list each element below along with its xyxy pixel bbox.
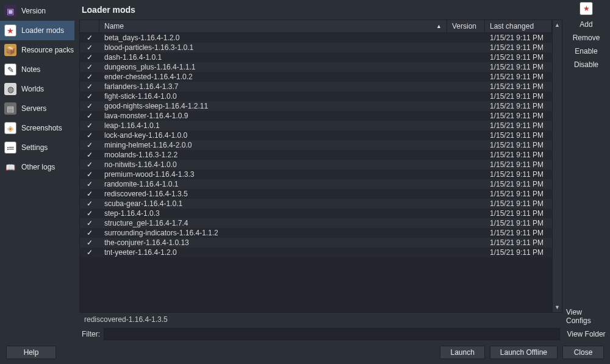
row-check[interactable]: ✓: [80, 92, 99, 101]
launch-button[interactable]: Launch: [440, 346, 484, 359]
sidebar-item-label: Resource packs: [21, 46, 74, 54]
row-check[interactable]: ✓: [80, 82, 99, 91]
sidebar-item-loader-mods[interactable]: ★Loader mods: [0, 21, 74, 40]
row-changed: 1/15/21 9:11 PM: [485, 209, 552, 218]
table-row[interactable]: ✓lock-and-key-1.16.4-1.0.01/15/21 9:11 P…: [80, 130, 552, 140]
settings-icon: ≔: [4, 141, 16, 154]
table-row[interactable]: ✓beta_days-1.16.4-1.2.01/15/21 9:11 PM: [80, 33, 552, 43]
disable-button[interactable]: Disable: [574, 60, 598, 69]
row-changed: 1/15/21 9:11 PM: [485, 238, 552, 247]
row-check[interactable]: ✓: [80, 43, 99, 52]
row-check[interactable]: ✓: [80, 121, 99, 130]
row-check[interactable]: ✓: [80, 151, 99, 159]
row-changed: 1/15/21 9:11 PM: [485, 229, 552, 237]
table-row[interactable]: ✓farlanders-1.16.4-1.3.71/15/21 9:11 PM: [80, 82, 552, 91]
row-check[interactable]: ✓: [80, 34, 99, 42]
table-row[interactable]: ✓structure_gel-1.16.4-1.7.41/15/21 9:11 …: [80, 218, 552, 228]
cube-icon: ▣: [4, 5, 16, 17]
table-row[interactable]: ✓fight-stick-1.16.4-1.0.01/15/21 9:11 PM: [80, 91, 552, 101]
row-check[interactable]: ✓: [80, 180, 99, 188]
sidebar-item-resource-packs[interactable]: 📦Resource packs: [0, 40, 74, 60]
row-check[interactable]: ✓: [80, 141, 99, 149]
row-check[interactable]: ✓: [80, 219, 99, 227]
sidebar-item-label: Other logs: [21, 163, 55, 171]
table-row[interactable]: ✓the-conjurer-1.16.4-1.0.131/15/21 9:11 …: [80, 238, 552, 248]
row-check[interactable]: ✓: [80, 229, 99, 237]
row-check[interactable]: ✓: [80, 209, 99, 218]
launch-offline-button[interactable]: Launch Offline: [490, 346, 558, 359]
sidebar-item-other-logs[interactable]: 📖Other logs: [0, 157, 74, 177]
sort-asc-icon: ▲: [436, 23, 442, 29]
remove-button[interactable]: Remove: [573, 34, 600, 42]
notes-icon: ✎: [4, 63, 16, 76]
table-body: ✓beta_days-1.16.4-1.2.01/15/21 9:11 PM✓b…: [80, 33, 552, 312]
table-row[interactable]: ✓blood-particles-1.16.3-1.0.11/15/21 9:1…: [80, 43, 552, 52]
table-row[interactable]: ✓dash-1.16.4-1.0.11/15/21 9:11 PM: [80, 52, 552, 62]
sidebar-item-label: Loader mods: [21, 26, 64, 35]
row-name: premium-wood-1.16.4-1.3.3: [99, 170, 447, 179]
table-row[interactable]: ✓step-1.16.4-1.0.31/15/21 9:11 PM: [80, 209, 552, 218]
filter-input[interactable]: [104, 328, 560, 340]
add-button[interactable]: Add: [580, 20, 592, 29]
mods-table: Name ▲ Version Last changed ✓beta_days-1…: [79, 20, 562, 313]
row-check[interactable]: ✓: [80, 53, 99, 62]
table-row[interactable]: ✓moolands-1.16.3-1.2.21/15/21 9:11 PM: [80, 150, 552, 160]
row-check[interactable]: ✓: [80, 238, 99, 247]
table-row[interactable]: ✓ender-chested-1.16.4-1.0.21/15/21 9:11 …: [80, 72, 552, 82]
sidebar-item-label: Servers: [21, 104, 46, 113]
scroll-down-icon[interactable]: ▼: [553, 302, 562, 312]
table-row[interactable]: ✓tnt-yeeter-1.16.4-1.2.01/15/21 9:11 PM: [80, 248, 552, 257]
vertical-scrollbar[interactable]: ▲ ▼: [552, 20, 562, 312]
view-configs-button[interactable]: View Configs: [566, 308, 606, 325]
table-row[interactable]: ✓randomite-1.16.4-1.0.11/15/21 9:11 PM: [80, 179, 552, 189]
row-changed: 1/15/21 9:11 PM: [485, 131, 552, 140]
enable-button[interactable]: Enable: [575, 47, 597, 55]
help-button[interactable]: Help: [6, 346, 56, 359]
sidebar-item-worlds[interactable]: ◍Worlds: [0, 79, 74, 99]
row-name: good-nights-sleep-1.16.4-1.2.11: [99, 102, 447, 110]
row-name: farlanders-1.16.4-1.3.7: [99, 82, 447, 91]
row-name: step-1.16.4-1.0.3: [99, 209, 447, 218]
table-row[interactable]: ✓no-nitwits-1.16.4-1.0.01/15/21 9:11 PM: [80, 160, 552, 170]
sidebar-item-notes[interactable]: ✎Notes: [0, 60, 74, 79]
row-check[interactable]: ✓: [80, 102, 99, 110]
table-row[interactable]: ✓premium-wood-1.16.4-1.3.31/15/21 9:11 P…: [80, 170, 552, 179]
row-check[interactable]: ✓: [80, 131, 99, 140]
table-row[interactable]: ✓lava-monster-1.16.4-1.0.91/15/21 9:11 P…: [80, 111, 552, 121]
star-icon: ★: [4, 24, 16, 37]
row-check[interactable]: ✓: [80, 248, 99, 257]
row-check[interactable]: ✓: [80, 170, 99, 179]
sidebar-item-label: Screenshots: [21, 124, 62, 132]
sidebar: ▣Version★Loader mods📦Resource packs✎Note…: [0, 0, 74, 342]
col-last-changed[interactable]: Last changed: [485, 20, 552, 32]
favorite-button[interactable]: ★: [580, 2, 593, 15]
close-button[interactable]: Close: [562, 346, 604, 359]
row-name: fight-stick-1.16.4-1.0.0: [99, 92, 447, 101]
row-check[interactable]: ✓: [80, 199, 99, 208]
table-row[interactable]: ✓scuba-gear-1.16.4-1.0.11/15/21 9:11 PM: [80, 199, 552, 209]
row-check[interactable]: ✓: [80, 63, 99, 71]
row-name: lava-monster-1.16.4-1.0.9: [99, 112, 447, 120]
view-folder-button[interactable]: View Folder: [567, 330, 605, 338]
row-check[interactable]: ✓: [80, 73, 99, 81]
right-actions: ★ Add Remove Enable Disable View Configs…: [562, 0, 610, 342]
scroll-up-icon[interactable]: ▲: [553, 20, 562, 30]
table-row[interactable]: ✓dungeons_plus-1.16.4-1.1.11/15/21 9:11 …: [80, 62, 552, 72]
row-check[interactable]: ✓: [80, 112, 99, 120]
table-row[interactable]: ✓good-nights-sleep-1.16.4-1.2.111/15/21 …: [80, 101, 552, 111]
col-name[interactable]: Name ▲: [99, 20, 447, 32]
table-row[interactable]: ✓mining-helmet-1.16.4-2.0.01/15/21 9:11 …: [80, 140, 552, 150]
table-row[interactable]: ✓surrounding-indicators-1.16.4-1.1.21/15…: [80, 228, 552, 238]
row-check[interactable]: ✓: [80, 190, 99, 198]
row-changed: 1/15/21 9:11 PM: [485, 73, 552, 81]
sidebar-item-version[interactable]: ▣Version: [0, 1, 74, 21]
row-name: moolands-1.16.3-1.2.2: [99, 151, 447, 159]
row-check[interactable]: ✓: [80, 160, 99, 169]
sidebar-item-servers[interactable]: ▤Servers: [0, 99, 74, 118]
table-row[interactable]: ✓rediscovered-1.16.4-1.3.51/15/21 9:11 P…: [80, 189, 552, 199]
table-row[interactable]: ✓leap-1.16.4-1.0.11/15/21 9:11 PM: [80, 121, 552, 130]
col-check[interactable]: [80, 20, 99, 32]
col-version[interactable]: Version: [447, 20, 485, 32]
sidebar-item-screenshots[interactable]: ◈Screenshots: [0, 118, 74, 138]
sidebar-item-settings[interactable]: ≔Settings: [0, 138, 74, 157]
